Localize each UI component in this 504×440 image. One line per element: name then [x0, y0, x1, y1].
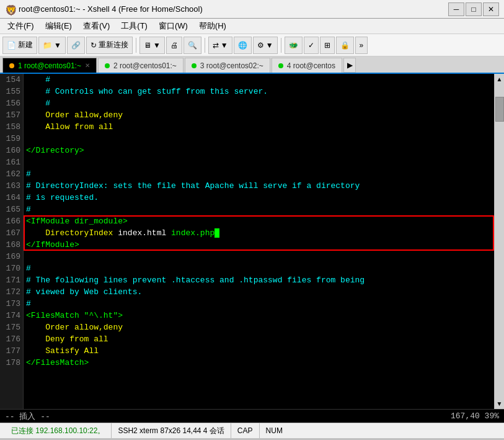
- menu-view[interactable]: 查看(V): [78, 19, 115, 33]
- tab-2[interactable]: 2 root@centos01:~: [98, 58, 183, 73]
- search-icon: 🔍: [188, 41, 197, 50]
- cursor-position: 167,40 39%: [451, 411, 499, 421]
- terminal-line: </IfModule>: [26, 239, 492, 251]
- line-number: 170: [2, 263, 20, 274]
- tab-close-1[interactable]: ✕: [85, 62, 90, 69]
- dragon-icon: 🐲: [289, 41, 298, 50]
- tab-3[interactable]: 3 root@centos02:~: [185, 58, 270, 73]
- tab-4[interactable]: 4 root@centos: [272, 58, 342, 73]
- line-number: 174: [2, 310, 20, 321]
- settings-button[interactable]: ⚙ ▼: [253, 37, 278, 54]
- terminal-line: #: [26, 168, 492, 180]
- menu-bar: 文件(F) 编辑(E) 查看(V) 工具(T) 窗口(W) 帮助(H): [0, 19, 504, 34]
- close-button[interactable]: ✕: [483, 2, 499, 16]
- line-number: 155: [2, 86, 20, 97]
- new-button[interactable]: 📄 新建: [2, 37, 37, 54]
- scrollbar-down[interactable]: ▼: [497, 398, 503, 409]
- line-number: 178: [2, 357, 20, 369]
- terminal-line: <IfModule dir_module>: [26, 215, 492, 227]
- lock-button[interactable]: 🔒: [336, 37, 354, 54]
- terminal-line: [26, 156, 492, 168]
- app-icon: 🦁: [5, 4, 15, 14]
- toolbar: 📄 新建 📁 ▼ 🔗 ↻ 重新连接 🖥 ▼ 🖨 🔍 ⇄ ▼ 🌐 ⚙ ▼ 🐲 ✓: [0, 34, 504, 56]
- tab-dot-4: [278, 63, 283, 68]
- terminal-line: # DirectoryIndex: sets the file that Apa…: [26, 180, 492, 192]
- transfer-icon: ⇄: [213, 41, 219, 50]
- folder-button[interactable]: 📁 ▼: [38, 37, 66, 54]
- status-cap: CAP: [231, 423, 260, 438]
- reconnect-button[interactable]: ↻ 重新连接: [86, 37, 133, 54]
- line-number: 175: [2, 321, 20, 333]
- more-button[interactable]: »: [355, 37, 368, 54]
- toolbar-separator-3: [281, 38, 281, 53]
- monitor-icon: 🖥: [144, 41, 151, 50]
- line-number: 159: [2, 133, 20, 145]
- dropdown-icon: ▼: [54, 41, 61, 50]
- line-number: 154: [2, 74, 20, 86]
- dragon-button[interactable]: 🐲: [285, 37, 303, 54]
- terminal-line: [26, 251, 492, 263]
- menu-edit[interactable]: 编辑(E): [40, 19, 77, 33]
- grid-button[interactable]: ⊞: [320, 37, 335, 54]
- line-number: 165: [2, 204, 20, 215]
- terminal-line: Allow from all: [26, 121, 492, 133]
- link-button[interactable]: 🔗: [67, 37, 85, 54]
- line-number: 160: [2, 145, 20, 156]
- grid-icon: ⊞: [324, 41, 330, 50]
- menu-file[interactable]: 文件(F): [2, 19, 39, 33]
- tab-dot-3: [192, 63, 197, 68]
- terminal-line: #: [26, 97, 492, 109]
- terminal-line: Order allow,deny: [26, 109, 492, 121]
- title-bar: 🦁 root@centos01:~ - Xshell 4 (Free for H…: [0, 0, 504, 19]
- more-icon: »: [360, 41, 364, 50]
- tabs-scroll-right[interactable]: ▶: [343, 58, 356, 73]
- line-number: 177: [2, 345, 20, 357]
- dropdown-icon4: ▼: [266, 41, 273, 50]
- minimize-button[interactable]: ─: [448, 2, 464, 16]
- globe-icon: 🌐: [238, 41, 247, 50]
- terminal-content[interactable]: # # Controls who can get stuff from this…: [24, 74, 494, 409]
- line-number: 158: [2, 121, 20, 133]
- folder-icon: 📁: [43, 41, 52, 50]
- check-icon: ✓: [308, 41, 314, 50]
- maximize-button[interactable]: □: [466, 2, 482, 16]
- terminal-line: DirectoryIndex index.html index.php: [26, 227, 492, 239]
- menu-window[interactable]: 窗口(W): [154, 19, 193, 33]
- monitor-button[interactable]: 🖥 ▼: [139, 37, 165, 54]
- terminal-line: Deny from all: [26, 333, 492, 345]
- menu-help[interactable]: 帮助(H): [194, 19, 231, 33]
- num-text: NUM: [266, 426, 283, 435]
- tab-dot-2: [105, 63, 110, 68]
- status-num: NUM: [260, 423, 289, 438]
- scrollbar-up[interactable]: ▲: [497, 74, 503, 84]
- dropdown-icon2: ▼: [153, 41, 161, 50]
- line-numbers: 1541551561571581591601611621631641651661…: [0, 74, 24, 409]
- line-number: 156: [2, 97, 20, 109]
- line-number: 163: [2, 180, 20, 192]
- line-number: 169: [2, 251, 20, 263]
- line-number: 157: [2, 109, 20, 121]
- terminal-line: [26, 133, 492, 145]
- terminal-line: Satisfy All: [26, 345, 492, 357]
- print-icon: 🖨: [170, 41, 178, 50]
- menu-tools[interactable]: 工具(T): [116, 19, 153, 33]
- scrollbar-thumb[interactable]: [495, 97, 504, 122]
- line-number: 171: [2, 274, 20, 286]
- check-button[interactable]: ✓: [304, 37, 319, 54]
- lock-icon: 🔒: [340, 41, 350, 50]
- print-button[interactable]: 🖨: [166, 37, 182, 54]
- mode-bar: -- 插入 -- 167,40 39%: [0, 409, 504, 423]
- line-number: 162: [2, 168, 20, 180]
- tab-1[interactable]: 1 root@centos01:~ ✕: [2, 58, 97, 73]
- globe-button[interactable]: 🌐: [234, 37, 252, 54]
- line-number: 164: [2, 192, 20, 204]
- status-bar: 已连接 192.168.100.10:22。 SSH2 xterm 87x26 …: [0, 423, 504, 438]
- scrollbar-vertical[interactable]: ▲ ▼: [494, 74, 504, 409]
- transfer-button[interactable]: ⇄ ▼: [208, 37, 232, 54]
- search-button[interactable]: 🔍: [183, 37, 201, 54]
- status-connection: 已连接 192.168.100.10:22。: [5, 423, 112, 438]
- terminal-line: # Controls who can get stuff from this s…: [26, 86, 492, 97]
- line-number: 166: [2, 215, 20, 227]
- line-number: 161: [2, 156, 20, 168]
- terminal-line: #: [26, 298, 492, 310]
